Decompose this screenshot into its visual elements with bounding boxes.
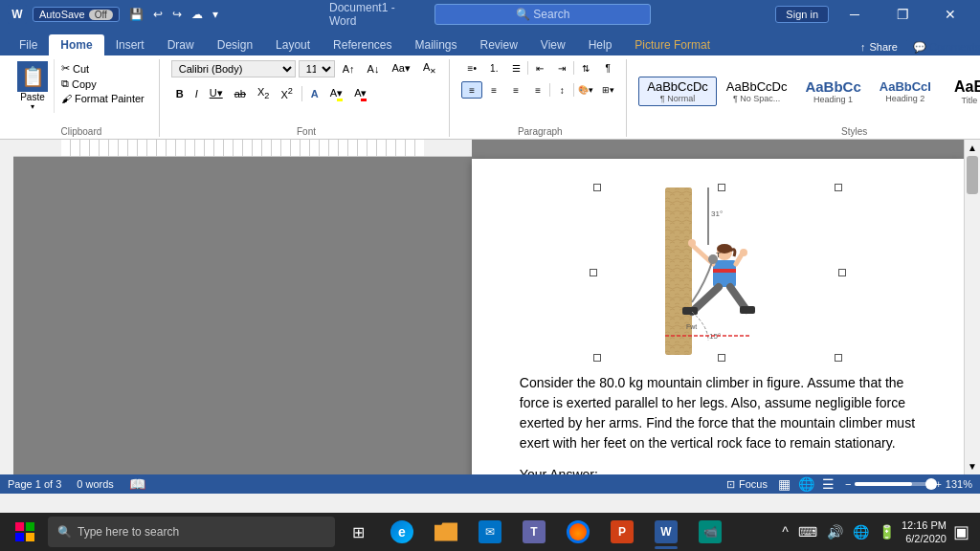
tab-draw[interactable]: Draw: [156, 34, 206, 55]
minimize-button[interactable]: ─: [833, 0, 877, 29]
close-button[interactable]: ✕: [928, 0, 972, 29]
image-container[interactable]: 31°: [520, 187, 916, 358]
taskbar-app-edge[interactable]: e: [381, 513, 423, 551]
tab-home[interactable]: Home: [49, 34, 103, 55]
undo-quick-btn[interactable]: ↩: [149, 6, 167, 23]
taskbar-search-box[interactable]: 🔍 Type here to search: [48, 517, 335, 547]
tab-file[interactable]: File: [8, 34, 49, 55]
tab-insert[interactable]: Insert: [104, 34, 156, 55]
justify-button[interactable]: ≡: [527, 81, 548, 99]
resize-handle-mr[interactable]: [838, 269, 846, 276]
print-layout-button[interactable]: ▦: [775, 476, 793, 492]
scroll-down-button[interactable]: ▼: [965, 458, 980, 474]
change-case-button[interactable]: Aa▾: [387, 60, 414, 77]
clear-format-button[interactable]: A✕: [418, 59, 441, 77]
paste-dropdown-icon[interactable]: ▾: [31, 102, 34, 111]
resize-handle-tr[interactable]: [835, 184, 842, 191]
tab-references[interactable]: References: [322, 34, 403, 55]
font-name-select[interactable]: Calibri (Body): [171, 60, 296, 77]
resize-handle-ml[interactable]: [590, 269, 597, 276]
font-size-select[interactable]: 11: [299, 60, 335, 77]
style-heading1-item[interactable]: AaBbCc Heading 1: [796, 76, 869, 107]
resize-handle-bc[interactable]: [718, 354, 725, 362]
style-normal-item[interactable]: AaBbCcDc ¶ Normal: [638, 77, 717, 106]
autosave-badge[interactable]: AutoSave Off: [33, 7, 120, 22]
spell-check-icon[interactable]: 📖: [129, 476, 145, 492]
taskbar-clock[interactable]: 12:16 PM 6/2/2020: [902, 518, 947, 546]
speakers-icon[interactable]: 🔊: [824, 524, 846, 540]
align-left-button[interactable]: ≡: [461, 81, 482, 99]
save-quick-btn[interactable]: 💾: [125, 6, 147, 23]
keyboard-icon[interactable]: ⌨: [795, 524, 820, 540]
taskbar-app-teams[interactable]: T: [513, 513, 555, 551]
increase-indent-button[interactable]: ⇥: [551, 59, 572, 77]
focus-button[interactable]: ⊡ Focus: [726, 478, 768, 491]
tab-review[interactable]: Review: [469, 34, 529, 55]
zoom-minus-button[interactable]: −: [845, 478, 851, 490]
shading-button[interactable]: 🎨▾: [575, 81, 596, 99]
sort-button[interactable]: ⇅: [575, 59, 596, 77]
network-icon[interactable]: 🌐: [850, 524, 872, 540]
zoom-slider-track[interactable]: [855, 482, 931, 486]
grow-font-button[interactable]: A↑: [338, 61, 360, 77]
format-painter-button[interactable]: 🖌 Format Painter: [58, 92, 147, 105]
align-center-button[interactable]: ≡: [483, 81, 504, 99]
tab-view[interactable]: View: [529, 34, 577, 55]
italic-button[interactable]: I: [190, 86, 203, 101]
tab-layout[interactable]: Layout: [264, 34, 322, 55]
outline-button[interactable]: ☰: [819, 476, 837, 492]
taskbar-app-mail[interactable]: ✉: [469, 513, 511, 551]
tab-picture-format[interactable]: Picture Format: [623, 34, 722, 55]
battery-icon[interactable]: 🔋: [876, 524, 898, 540]
redo-quick-btn[interactable]: ↪: [168, 6, 186, 23]
font-color-button[interactable]: A▾: [349, 85, 371, 101]
decrease-indent-button[interactable]: ⇤: [529, 59, 550, 77]
taskbar-app-firefox[interactable]: [557, 513, 599, 551]
bold-button[interactable]: B: [171, 86, 189, 101]
align-right-button[interactable]: ≡: [505, 81, 526, 99]
taskbar-app-meet[interactable]: 📹: [689, 513, 731, 551]
start-button[interactable]: [4, 513, 46, 551]
web-layout-button[interactable]: 🌐: [795, 476, 817, 492]
copy-button[interactable]: ⧉ Copy: [58, 77, 147, 91]
subscript-button[interactable]: X2: [253, 84, 274, 102]
doc-scrollbar-right[interactable]: ▲ ▼: [964, 140, 980, 474]
strikethrough-button[interactable]: ab: [230, 86, 251, 101]
autosave-quick-btn[interactable]: ☁: [188, 6, 207, 23]
autosave-toggle[interactable]: Off: [89, 10, 113, 20]
underline-button[interactable]: U▾: [205, 85, 228, 101]
taskbar-task-view[interactable]: ⊞: [337, 513, 379, 551]
scroll-up-button[interactable]: ▲: [965, 140, 980, 156]
sign-in-button[interactable]: Sign in: [775, 6, 829, 23]
tab-help[interactable]: Help: [577, 34, 624, 55]
resize-handle-tl[interactable]: [593, 184, 601, 191]
bullets-button[interactable]: ≡•: [461, 59, 482, 77]
cut-button[interactable]: ✂ Cut: [58, 61, 147, 76]
line-spacing-button[interactable]: ↕: [551, 81, 572, 99]
tab-design[interactable]: Design: [206, 34, 264, 55]
superscript-button[interactable]: X2: [276, 84, 297, 102]
share-button[interactable]: ↑ Share: [851, 38, 907, 55]
style-heading2-item[interactable]: AaBbCcI Heading 2: [871, 77, 940, 106]
style-nospac-item[interactable]: AaBbCcDc ¶ No Spac...: [718, 77, 796, 106]
notification-icon[interactable]: ▣: [950, 521, 972, 542]
resize-handle-bl[interactable]: [593, 354, 601, 362]
border-button[interactable]: ⊞▾: [597, 81, 618, 99]
comments-button[interactable]: 💬 Comments: [913, 41, 980, 54]
chevron-up-icon[interactable]: ^: [779, 524, 791, 540]
more-quick-btn[interactable]: ▾: [209, 6, 222, 23]
title-search-box[interactable]: 🔍 Search: [434, 4, 651, 25]
document-main[interactable]: 31°: [13, 140, 964, 474]
show-marks-button[interactable]: ¶: [597, 59, 618, 77]
style-title-item[interactable]: AaB Title: [941, 76, 980, 108]
tab-mailings[interactable]: Mailings: [403, 34, 468, 55]
taskbar-app-folder[interactable]: [425, 513, 467, 551]
shrink-font-button[interactable]: A↓: [363, 61, 385, 77]
document-page[interactable]: 31°: [472, 159, 964, 474]
scroll-handle[interactable]: [967, 156, 978, 194]
highlight-color-button[interactable]: A▾: [325, 85, 347, 101]
paste-button[interactable]: 📋 Paste ▾: [11, 59, 55, 113]
taskbar-app-powerpoint[interactable]: P: [601, 513, 643, 551]
resize-handle-br[interactable]: [835, 354, 842, 362]
resize-handle-tc[interactable]: [718, 184, 725, 191]
